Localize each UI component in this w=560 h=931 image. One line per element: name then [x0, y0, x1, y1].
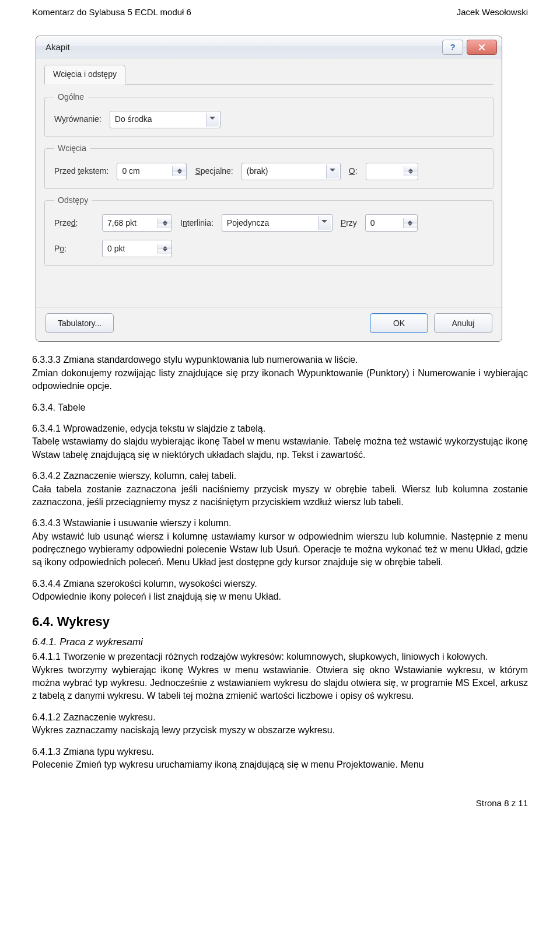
spinner-buttons[interactable]	[172, 166, 186, 176]
chevron-down-icon	[206, 113, 219, 127]
group-general: Ogólne Wyrównanie: Do środka	[44, 92, 494, 138]
para-6341: 6.3.4.1 Wprowadzenie, edycja tekstu w sl…	[32, 422, 528, 461]
interline-value: Pojedyncza	[227, 218, 269, 229]
after-value: 0 pkt	[103, 243, 158, 255]
page-header: Komentarz do Sylabusa 5 ECDL moduł 6 Jac…	[0, 0, 560, 36]
before-text-value: 0 cm	[117, 166, 172, 177]
dialog-tabs: Wcięcia i odstępy	[44, 64, 494, 85]
dialog-titlebar: Akapit ?	[36, 36, 502, 58]
page-footer: Strona 8 z 11	[0, 797, 560, 821]
dialog-title: Akapit	[46, 41, 439, 53]
legend-general: Ogólne	[54, 92, 88, 103]
label-after: Po:	[54, 243, 94, 255]
chevron-down-icon	[326, 164, 339, 178]
paragraph-dialog: Akapit ? Wcięcia i odstępy Ogólne Wyrówn…	[36, 36, 502, 342]
legend-spacing: Odstępy	[54, 195, 92, 206]
header-right: Jacek Wesołowski	[457, 6, 528, 18]
para-6412: 6.4.1.2 Zaznaczenie wykresu. Wykres zazn…	[32, 711, 528, 737]
alignment-combo[interactable]: Do środka	[110, 111, 220, 128]
spinner-buttons[interactable]	[403, 218, 417, 228]
by-spinner[interactable]	[366, 163, 418, 180]
heading-64: 6.4. Wykresy	[32, 613, 528, 631]
before-text-spinner[interactable]: 0 cm	[117, 163, 187, 180]
help-icon: ?	[450, 41, 455, 53]
chevron-down-icon	[318, 216, 331, 230]
spinner-buttons[interactable]	[404, 166, 418, 176]
spinner-buttons[interactable]	[158, 244, 172, 254]
ok-button[interactable]: OK	[370, 313, 428, 333]
para-6333: 6.3.3.3 Zmiana standardowego stylu wypun…	[32, 354, 528, 393]
group-spacing: Odstępy Przed: 7,68 pkt Interlinia: Poje…	[44, 195, 494, 267]
at-value: 0	[366, 218, 403, 229]
label-before-text: Przed tekstem:	[54, 166, 108, 177]
para-634: 6.3.4. Tabele	[32, 401, 528, 414]
label-before: Przed:	[54, 218, 94, 229]
para-6343: 6.3.4.3 Wstawianie i usuwanie wierszy i …	[32, 517, 528, 569]
para-6344: 6.3.4.4 Zmiana szerokości kolumn, wysoko…	[32, 578, 528, 604]
before-spinner[interactable]: 7,68 pkt	[102, 214, 172, 232]
after-spinner[interactable]: 0 pkt	[102, 240, 172, 257]
group-indent: Wcięcia Przed tekstem: 0 cm Specjalne: (…	[44, 143, 494, 189]
at-spinner[interactable]: 0	[365, 214, 418, 232]
close-button[interactable]	[467, 40, 497, 55]
para-6342: 6.3.4.2 Zaznaczenie wierszy, kolumn, cał…	[32, 470, 528, 509]
spinner-buttons[interactable]	[158, 218, 172, 228]
page-content: Akapit ? Wcięcia i odstępy Ogólne Wyrówn…	[0, 36, 560, 797]
header-left: Komentarz do Sylabusa 5 ECDL moduł 6	[32, 6, 191, 18]
help-button[interactable]: ?	[442, 40, 463, 55]
heading-641: 6.4.1. Praca z wykresami	[32, 635, 528, 649]
para-6411: 6.4.1.1 Tworzenie w prezentacji różnych …	[32, 650, 528, 703]
close-icon	[478, 43, 486, 51]
dialog-body: Wcięcia i odstępy Ogólne Wyrównanie: Do …	[36, 58, 502, 307]
tab-indents-spacing[interactable]: Wcięcia i odstępy	[44, 65, 125, 85]
cancel-button[interactable]: Anuluj	[434, 313, 492, 333]
label-by: O:	[349, 166, 358, 177]
dialog-footer: Tabulatory... OK Anuluj	[36, 307, 502, 341]
interline-combo[interactable]: Pojedyncza	[222, 214, 332, 232]
alignment-value: Do środka	[115, 114, 152, 125]
legend-indent: Wcięcia	[54, 143, 90, 155]
tabs-button[interactable]: Tabulatory...	[46, 313, 114, 333]
special-value: (brak)	[247, 166, 268, 177]
before-value: 7,68 pkt	[103, 218, 158, 229]
label-alignment: Wyrównanie:	[54, 114, 102, 125]
para-6413: 6.4.1.3 Zmiana typu wykresu. Polecenie Z…	[32, 746, 528, 772]
special-combo[interactable]: (brak)	[242, 163, 341, 180]
label-at: Przy	[341, 218, 357, 229]
label-interline: Interlinia:	[180, 218, 214, 229]
label-special: Specjalne:	[195, 166, 233, 177]
